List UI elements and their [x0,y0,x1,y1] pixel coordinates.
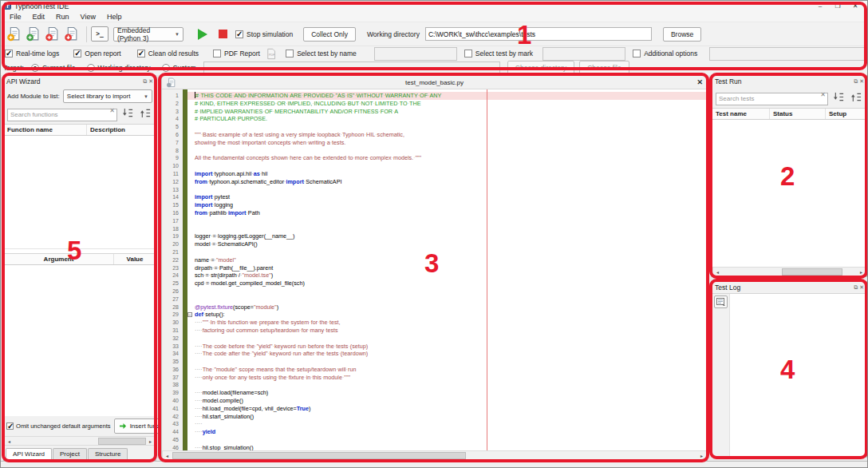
code-line[interactable]: 27 [162,295,707,303]
code-line[interactable]: 29−def·setup(): [162,311,707,319]
editor-hscrollbar[interactable]: ◂ ▸ [162,450,707,460]
scroll-right-arrow[interactable]: ▸ [146,437,155,445]
menu-edit[interactable]: Edit [27,13,51,21]
code-line[interactable]: 6"""·Basic·example·of·a·test·using·a·ver… [162,131,707,139]
close-panel-icon[interactable]: ✕ [859,77,864,85]
code-line[interactable]: 37····only·once·for·any·tests·using·the·… [162,374,707,382]
api-wizard-hscrollbar[interactable]: ◂ ▸ [4,436,156,446]
float-panel-icon[interactable]: ⧉ [854,284,858,292]
tab-api-wizard[interactable]: API Wizard [6,448,52,460]
code-line[interactable]: 33····The·code·before·the·"yield"·keywor… [162,343,707,351]
additional-options-checkbox[interactable]: Additional options [633,50,697,58]
test-name-filter-input[interactable] [374,47,457,61]
stop-simulation-checkbox[interactable]: Stop simulation [235,30,293,38]
menu-file[interactable]: File [4,13,27,21]
maximize-button[interactable]: ❐ [829,1,846,11]
scrollbar-thumb[interactable] [172,452,466,459]
float-panel-icon[interactable]: ⧉ [854,77,858,85]
code-line[interactable]: 14import·pytest [162,193,707,201]
code-line[interactable]: 21 [162,248,707,256]
scroll-right-arrow[interactable]: ▸ [857,268,866,276]
code-line[interactable]: 2#·KIND,·EITHER·EXPRESSED·OR·IMPLIED,·IN… [162,100,707,108]
column-setup[interactable]: Setup [826,109,866,119]
code-line[interactable]: 32 [162,335,707,343]
code-line[interactable]: 4#·PARTICULAR·PURPOSE. [162,115,707,123]
collect-only-button[interactable]: Collect Only [303,27,356,42]
terminal-button[interactable]: >_ [91,26,108,42]
clear-search-icon[interactable]: ✕ [109,107,115,114]
export-log-button[interactable] [714,295,728,308]
code-line[interactable]: 40····model.compile() [162,397,707,405]
target-current-file-radio[interactable]: Current file [31,64,76,72]
library-select[interactable]: Select library to import▼ [63,89,152,103]
test-log-content[interactable] [729,294,866,457]
code-lines[interactable]: 1#·THIS·CODE·AND·INFORMATION·ARE·PROVIDE… [162,92,707,450]
code-line[interactable]: 22name·=·"model" [162,256,707,264]
choose-directory-button[interactable]: Choose directory [507,61,574,75]
scroll-left-arrow[interactable]: ◂ [5,437,14,445]
collapse-all-icon[interactable] [139,107,152,120]
code-line[interactable]: 15import·logging [162,201,707,209]
test-mark-filter-input[interactable] [542,47,625,61]
code-line[interactable]: 28@pytest.fixture(scope="module") [162,303,707,311]
column-status[interactable]: Status [770,109,826,119]
select-test-by-name-checkbox[interactable]: Select test by name [286,50,357,58]
tab-structure[interactable]: Structure [88,448,128,460]
code-line[interactable]: 44····yield [162,428,707,436]
search-functions-input[interactable] [7,109,117,121]
menu-run[interactable]: Run [50,13,75,21]
code-line[interactable]: 20model·=·SchematicAPI() [162,240,707,248]
browse-button[interactable]: Browse [663,27,701,42]
open-report-checkbox[interactable]: Open report [73,50,120,58]
real-time-logs-checkbox[interactable]: Real-time logs [5,50,59,58]
code-line[interactable]: 3#·IMPLIED·WARRANTIES·OF·MERCHANTABILITY… [162,108,707,116]
test-table-body[interactable] [712,120,866,268]
code-line[interactable]: 18 [162,225,707,233]
close-panel-icon[interactable]: ✕ [859,284,864,292]
code-line[interactable]: 30····"""·In·this·function·we·prepare·th… [162,319,707,327]
code-line[interactable]: 19logger·=·logging.getLogger(__name__) [162,232,707,240]
expand-all-icon[interactable] [832,91,846,104]
column-function-name[interactable]: Function name [4,125,87,135]
working-directory-input[interactable] [425,27,652,41]
new-test-red-button[interactable] [44,26,61,42]
stop-button[interactable] [219,30,227,38]
code-line[interactable]: 23dirpath·=·Path(__file__).parent [162,264,707,272]
close-editor-icon[interactable]: ✕ [696,78,703,86]
test-run-hscrollbar[interactable]: ◂ ▸ [712,267,866,276]
expand-all-icon[interactable] [121,107,135,120]
scroll-right-arrow[interactable]: ▸ [697,451,706,459]
fold-marker-icon[interactable]: − [187,312,192,317]
code-line[interactable]: 8 [162,147,707,155]
import-test-red-button[interactable] [63,26,80,42]
code-line[interactable]: 41····hil.load_model(file=cpd,·vhil_devi… [162,405,707,413]
code-line[interactable]: 10 [162,162,707,170]
code-line[interactable]: 12from·typhoon.api.schematic_editor·impo… [162,178,707,186]
column-description[interactable]: Description [87,125,156,135]
scroll-left-arrow[interactable]: ◂ [163,451,172,459]
select-test-by-mark-checkbox[interactable]: Select test by mark [464,50,533,58]
custom-target-path-input[interactable] [203,61,500,75]
scrollbar-thumb[interactable] [98,438,146,445]
code-line[interactable]: 46····hil.stop_simulation() [162,444,707,450]
scrollbar-thumb[interactable] [782,268,842,276]
code-area[interactable]: 1#·THIS·CODE·AND·INFORMATION·ARE·PROVIDE… [162,89,707,450]
editor-filename[interactable]: test_model_basic.py [162,79,707,86]
code-line[interactable]: 24sch·=·str(dirpath·/·"model.tse") [162,272,707,280]
code-line[interactable]: 45 [162,436,707,444]
additional-options-input[interactable] [709,47,867,61]
column-value[interactable]: Value [114,254,156,264]
code-line[interactable]: 25cpd·=·model.get_compiled_model_file(sc… [162,280,707,288]
clean-old-results-checkbox[interactable]: Clean old results [137,50,199,58]
code-line[interactable]: 34····The·code·after·the·"yield"·keyword… [162,350,707,358]
code-line[interactable]: 11import·typhoon.api.hil·as·hil [162,170,707,178]
close-button[interactable]: ✕ [846,1,864,11]
tab-project[interactable]: Project [53,448,87,460]
code-line[interactable]: 38 [162,381,707,389]
pdf-report-checkbox[interactable]: PDF Report [213,50,260,58]
functions-table-body[interactable] [4,136,156,248]
clear-search-icon[interactable]: ✕ [820,91,826,98]
new-test-green-button[interactable] [25,26,41,42]
arguments-table-body[interactable] [4,265,156,417]
code-line[interactable]: 31····factoring·out·common·setup/teardow… [162,327,707,335]
